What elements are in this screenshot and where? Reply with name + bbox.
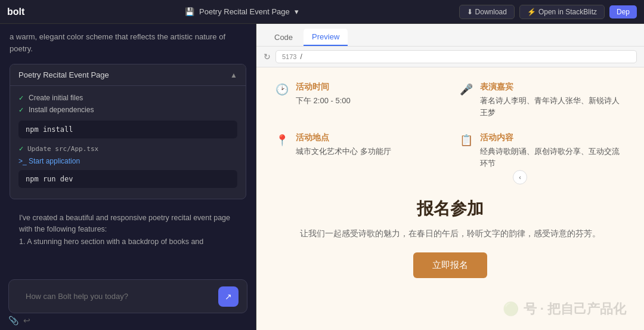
registration-section: 报名参加 让我们一起感受诗歌的魅力，在春日的午后，聆听文字的韵律，感受诗意的芬芳…: [275, 188, 625, 288]
file-tree-items: ✓ Create initial files ✓ Install depende…: [10, 86, 246, 199]
npm-install-block: npm install: [18, 121, 237, 138]
bolt-logo: bolt: [7, 7, 24, 17]
detail-title-performers: 表演嘉宾: [480, 82, 625, 92]
start-link[interactable]: Start application: [18, 157, 237, 165]
stackblitz-button[interactable]: ⚡ Open in StackBlitz: [519, 5, 605, 19]
file-tree-title: Poetry Recital Event Page: [18, 70, 109, 79]
save-icon: 💾: [185, 7, 194, 16]
port-counter: 5173: [282, 53, 296, 60]
chat-send-button[interactable]: ↗: [218, 286, 239, 307]
address-bar: ↻ 5173 /: [256, 47, 644, 67]
chat-input[interactable]: [17, 286, 213, 307]
history-button[interactable]: ↩: [23, 316, 30, 325]
tabs-bar: Code Preview: [256, 24, 644, 47]
description-text: a warm, elegant color scheme that reflec…: [10, 31, 246, 54]
update-step: ✓ Update src/App.tsx: [18, 143, 237, 155]
detail-value-activities: 经典诗歌朗诵、原创诗歌分享、互动交流环节: [480, 146, 625, 169]
detail-value-time: 下午 2:00 - 5:00: [296, 95, 351, 107]
top-bar: bolt 💾 Poetry Recital Event Page ▾ ⬇ Dow…: [0, 0, 644, 24]
main-area: a warm, elegant color scheme that reflec…: [0, 24, 644, 330]
detail-info-activities: 活动内容 经典诗歌朗诵、原创诗歌分享、互动交流环节: [480, 132, 625, 169]
chat-input-area: ↗: [0, 275, 256, 313]
file-tree-header: Poetry Recital Event Page ▲: [10, 64, 246, 86]
download-icon: ⬇: [467, 8, 473, 16]
event-details-grid: 🕑 活动时间 下午 2:00 - 5:00 🎤 表演嘉宾 著名诗人李明、青年诗人…: [275, 82, 625, 169]
left-scroll-area: a warm, elegant color scheme that reflec…: [0, 24, 256, 275]
performers-icon: 🎤: [460, 83, 473, 96]
topbar-right: ⬇ Download ⚡ Open in StackBlitz Dep: [459, 5, 637, 19]
detail-item-time: 🕑 活动时间 下午 2:00 - 5:00: [275, 82, 441, 118]
detail-title-time: 活动时间: [296, 82, 351, 92]
registration-button[interactable]: 立即报名: [413, 252, 487, 278]
tab-code[interactable]: Code: [266, 29, 301, 45]
collapse-icon[interactable]: ▲: [230, 71, 237, 79]
npm-run-block: npm run dev: [18, 170, 237, 188]
feature-text: 1. A stunning hero section with a backdr…: [10, 235, 246, 253]
refresh-button[interactable]: ↻: [264, 52, 271, 61]
detail-value-location: 城市文化艺术中心 多功能厅: [296, 146, 391, 158]
clock-icon: 🕑: [275, 83, 289, 96]
title-chevron-icon: ▾: [295, 7, 299, 16]
url-slash: /: [300, 53, 302, 61]
send-icon: ↗: [225, 292, 232, 301]
detail-item-location: 📍 活动地点 城市文化艺术中心 多功能厅: [275, 132, 441, 169]
lightning-icon: ⚡: [527, 8, 536, 16]
dep-button[interactable]: Dep: [609, 5, 637, 18]
detail-item-activities: 📋 活动内容 经典诗歌朗诵、原创诗歌分享、互动交流环节: [460, 132, 625, 169]
detail-value-performers: 著名诗人李明、青年诗人张华、新锐诗人王梦: [480, 95, 625, 118]
file-item-install: ✓ Install dependencies: [18, 104, 237, 116]
detail-item-performers: 🎤 表演嘉宾 著名诗人李明、青年诗人张华、新锐诗人王梦: [460, 82, 625, 118]
detail-info-time: 活动时间 下午 2:00 - 5:00: [296, 82, 351, 107]
project-title: Poetry Recital Event Page: [199, 7, 290, 16]
detail-title-activities: 活动内容: [480, 132, 625, 143]
topbar-center: 💾 Poetry Recital Event Page ▾: [185, 7, 299, 16]
tab-preview[interactable]: Preview: [304, 29, 348, 46]
detail-title-location: 活动地点: [296, 132, 391, 143]
left-panel: a warm, elegant color scheme that reflec…: [0, 24, 256, 330]
attach-button[interactable]: 📎: [8, 316, 18, 325]
download-button[interactable]: ⬇ Download: [459, 5, 515, 19]
file-item-create: ✓ Create initial files: [18, 92, 237, 104]
detail-info-location: 活动地点 城市文化艺术中心 多功能厅: [296, 132, 391, 158]
right-panel: ‹ Code Preview ↻ 5173 / 🕑: [256, 24, 644, 330]
preview-content: 🕑 活动时间 下午 2:00 - 5:00 🎤 表演嘉宾 著名诗人李明、青年诗人…: [256, 67, 644, 330]
registration-description: 让我们一起感受诗歌的魅力，在春日的午后，聆听文字的韵律，感受诗意的芬芳。: [275, 227, 625, 240]
url-bar: 5173 /: [275, 50, 637, 63]
topbar-left: bolt: [7, 7, 24, 17]
activities-icon: 📋: [460, 134, 473, 147]
left-content: a warm, elegant color scheme that reflec…: [0, 24, 256, 260]
file-tree-card: Poetry Recital Event Page ▲ ✓ Create ini…: [10, 64, 246, 199]
registration-title: 报名参加: [275, 198, 625, 220]
check-icon-1: ✓: [18, 94, 24, 102]
collapse-panel-button[interactable]: ‹: [513, 170, 527, 184]
check-icon-2: ✓: [18, 106, 24, 114]
response-text: I've created a beautiful and responsive …: [10, 206, 246, 235]
chat-bottom-icons: 📎 ↩: [0, 313, 256, 330]
detail-info-performers: 表演嘉宾 著名诗人李明、青年诗人张华、新锐诗人王梦: [480, 82, 625, 118]
location-icon: 📍: [275, 134, 289, 147]
check-icon-3: ✓: [18, 145, 24, 153]
